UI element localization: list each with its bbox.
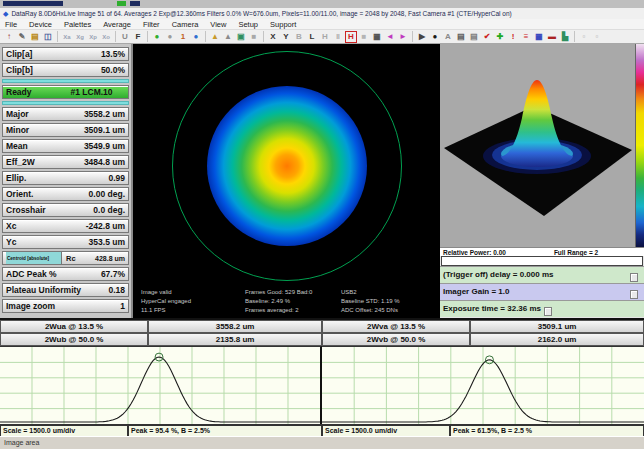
gray-ball-icon[interactable]: ● (164, 31, 176, 43)
menu-item-device[interactable]: Device (29, 20, 52, 29)
profile-v-a-value: 3509.1 um (470, 320, 644, 333)
result-value: 13.5% (101, 49, 125, 59)
profile-v-a-label[interactable]: 2Wva @ 13.5 % (322, 320, 470, 333)
l-profile-icon[interactable]: L (306, 31, 318, 43)
slider-thumb[interactable] (630, 290, 638, 299)
status-row-ready[interactable]: Ready#1 LCM.10 (2, 85, 129, 99)
profile-u-b-label[interactable]: 2Wub @ 50.0 % (0, 333, 148, 346)
profile-u-a-label[interactable]: 2Wua @ 13.5 % (0, 320, 148, 333)
pan-right-icon[interactable]: ► (397, 31, 409, 43)
menu-item-filter[interactable]: Filter (143, 20, 160, 29)
h-profile-icon[interactable]: H (319, 31, 331, 43)
check-icon[interactable]: ✔ (481, 31, 493, 43)
result-row-image-zoom[interactable]: Image zoom1 (2, 299, 129, 313)
b-profile-icon[interactable]: B (293, 31, 305, 43)
dim2-icon[interactable]: ▫ (591, 31, 603, 43)
menu-item-view[interactable]: View (210, 20, 226, 29)
beam-intensity-blob (207, 86, 367, 246)
image-icon[interactable]: ▣ (235, 31, 247, 43)
save-icon[interactable]: ◫ (42, 31, 54, 43)
result-row-major[interactable]: Major3558.2 um (2, 107, 129, 121)
result-label: Mean (6, 141, 84, 151)
slider-thumb[interactable] (544, 307, 552, 316)
print-icon[interactable]: ▤ (455, 31, 467, 43)
pin-icon[interactable]: ! (507, 31, 519, 43)
result-row-adc-peak-[interactable]: ADC Peak %67.7% (2, 267, 129, 281)
blue-ball-icon[interactable]: ● (190, 31, 202, 43)
result-row-xc[interactable]: Xc-242.8 um (2, 219, 129, 233)
profile-v-b-label[interactable]: 2Wvb @ 50.0 % (322, 333, 470, 346)
palette-icon[interactable]: ■ (248, 31, 260, 43)
menu-item-camera[interactable]: Camera (172, 20, 199, 29)
u-profile-graph[interactable] (0, 346, 322, 424)
pencil-icon[interactable]: ✎ (16, 31, 28, 43)
stats-icon[interactable]: A (442, 31, 454, 43)
beam-3d-view[interactable] (440, 44, 644, 247)
result-value: 0.18 (108, 285, 125, 295)
comb-icon[interactable]: ≡ (520, 31, 532, 43)
plus-icon[interactable]: ✚ (494, 31, 506, 43)
beam-2d-view[interactable]: Image validHyperCal engaged11.1 FPS Fram… (133, 44, 440, 318)
chart-icon[interactable]: ▙ (559, 31, 571, 43)
result-row-ellip-[interactable]: Ellip.0.99 (2, 171, 129, 185)
green-ball-icon[interactable]: ● (151, 31, 163, 43)
overlay-line: 11.1 FPS (141, 306, 191, 315)
f-icon[interactable]: F (132, 31, 144, 43)
bell-icon[interactable]: ▲ (209, 31, 221, 43)
acquire-arrow-icon[interactable]: ↑ (3, 31, 15, 43)
dim-icon[interactable]: ▫ (578, 31, 590, 43)
window-top-strip (0, 0, 644, 8)
result-row-minor[interactable]: Minor3509.1 um (2, 123, 129, 137)
color-scale-bar (635, 44, 644, 247)
overlay-line: Frames averaged: 2 (245, 306, 312, 315)
result-label: Image zoom (6, 301, 120, 311)
frames-status-overlay: Frames Good: 529 Bad:0Baseline: 2.49 %Fr… (245, 288, 312, 315)
bell-gray-icon[interactable]: ▲ (222, 31, 234, 43)
xp-cursor-icon[interactable]: Xp (87, 31, 99, 43)
v-profile-graph[interactable] (322, 346, 644, 424)
histogram-icon[interactable]: H (345, 31, 357, 43)
one-icon[interactable]: 1 (177, 31, 189, 43)
black-ball-icon[interactable]: ● (429, 31, 441, 43)
blank-icon[interactable]: ■ (358, 31, 370, 43)
y-profile-icon[interactable]: Y (280, 31, 292, 43)
xo-cursor-icon[interactable]: Xo (100, 31, 112, 43)
slider-thumb[interactable] (630, 273, 638, 282)
table-icon[interactable]: ▦ (371, 31, 383, 43)
overlay-line: USB2 (341, 288, 400, 297)
pause-icon[interactable]: ‖ (332, 31, 344, 43)
relative-power-label: Relative Power: 0.00 (443, 249, 506, 256)
x-profile-icon[interactable]: X (267, 31, 279, 43)
slider-row-2[interactable]: Exposure time = 32.36 ms (440, 300, 644, 317)
xg-cursor-icon[interactable]: Xg (74, 31, 86, 43)
result-row-plateau-uniformity[interactable]: Plateau Uniformity0.18 (2, 283, 129, 297)
centroid-mode-button[interactable]: Centroid [absolute] (6, 252, 62, 264)
slider-row-1[interactable]: Imager Gain = 1.0 (440, 283, 644, 300)
result-row-crosshair[interactable]: Crosshair0.0 deg. (2, 203, 129, 217)
menu-item-palettes[interactable]: Palettes (64, 20, 91, 29)
result-row-clip-a-[interactable]: Clip[a]13.5% (2, 47, 129, 61)
menu-item-file[interactable]: File (5, 20, 17, 29)
pointer-icon[interactable]: ▶ (416, 31, 428, 43)
result-row-yc[interactable]: Yc353.5 um (2, 235, 129, 249)
menu-item-average[interactable]: Average (103, 20, 131, 29)
toolbar-separator (263, 31, 264, 42)
result-row-centroid[interactable]: Centroid [absolute]Rc428.8 um (2, 251, 129, 265)
bars-icon[interactable]: ▬ (546, 31, 558, 43)
open-folder-icon[interactable]: ▤ (29, 31, 41, 43)
result-row-clip-b-[interactable]: Clip[b]50.0% (2, 63, 129, 77)
slider-row-0[interactable]: (Trigger off) delay = 0.000 ms (440, 266, 644, 283)
u-icon[interactable]: U (119, 31, 131, 43)
result-row-orient-[interactable]: Orient.0.00 deg. (2, 187, 129, 201)
camera-status-overlay: Image validHyperCal engaged11.1 FPS (141, 288, 191, 315)
layers-icon[interactable]: ▦ (533, 31, 545, 43)
result-label: Major (6, 109, 84, 119)
result-row-eff-2w[interactable]: Eff_2W3484.8 um (2, 155, 129, 169)
print-preview-icon[interactable]: ▤ (468, 31, 480, 43)
result-row-mean[interactable]: Mean3549.9 um (2, 139, 129, 153)
pan-left-icon[interactable]: ◄ (384, 31, 396, 43)
menu-item-support[interactable]: Support (270, 20, 296, 29)
rc-value: 428.8 um (90, 255, 125, 262)
menu-item-setup[interactable]: Setup (238, 20, 258, 29)
xa-cursor-icon[interactable]: Xa (61, 31, 73, 43)
